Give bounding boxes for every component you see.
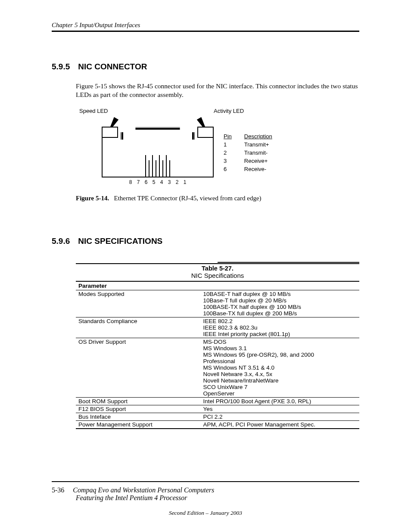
figure-rj45: Speed LED Activity LED 8 7 6 5 4 3 2 1: [76, 108, 359, 185]
section-number: 5.9.6: [52, 236, 76, 246]
footer-title-1: Compaq Evo and Workstation Personal Comp…: [73, 486, 214, 494]
pin-header-desc: Description: [244, 133, 283, 140]
table-cell-param: Standards Compliance: [76, 317, 201, 338]
led-box-left: [102, 127, 118, 138]
table-name: NIC Specifications: [76, 272, 359, 279]
table-header-parameter: Parameter: [76, 282, 359, 290]
connector-tab: [121, 127, 195, 140]
section-heading-nic-connector: 5.9.5 NIC CONNECTOR: [52, 62, 359, 72]
section-number: 5.9.5: [52, 62, 76, 72]
pin-header-pin: Pin: [223, 133, 243, 140]
label-activity-led: Activity LED: [214, 108, 244, 114]
pin-description-table: Pin Description 1Transmit+ 2Transmit- 3R…: [222, 132, 284, 174]
table-cell-value: APM, ACPI, PCI Power Management Spec.: [201, 421, 359, 429]
rj45-connector-diagram: 8 7 6 5 4 3 2 1: [102, 125, 214, 185]
page-footer: 5-36 Compaq Evo and Workstation Personal…: [52, 481, 359, 516]
figure-caption-label: Figure 5-14.: [76, 195, 109, 202]
running-head: Chapter 5 Input/Output Interfaces: [52, 22, 359, 32]
section-title: NIC CONNECTOR: [78, 62, 147, 71]
figure-caption-text: Ethernet TPE Connector (RJ-45, viewed fr…: [114, 195, 261, 202]
table-cell-param: OS Driver Support: [76, 338, 201, 398]
paragraph-nic-connector: Figure 5-15 shows the RJ-45 connector us…: [76, 82, 359, 99]
footer-edition: Second Edition – January 2003: [52, 510, 359, 516]
figure-caption: Figure 5-14. Ethernet TPE Connector (RJ-…: [76, 195, 359, 202]
table-cell-value: Intel PRO/100 Boot Agent (PXE 3.0, RPL): [201, 398, 359, 405]
pin-number-labels: 8 7 6 5 4 3 2 1: [102, 179, 214, 185]
page-number: 5-36: [52, 486, 64, 494]
table-nic-specs: Table 5-27. NIC Specifications Parameter…: [76, 263, 359, 429]
table-cell-value: Yes: [201, 405, 359, 413]
table-cell-param: Power Management Support: [76, 421, 201, 429]
label-speed-led: Speed LED: [79, 108, 108, 114]
table-cell-param: F12 BIOS Support: [76, 405, 201, 413]
table-cell-param: Modes Supported: [76, 290, 201, 317]
table-number: Table 5-27.: [76, 265, 359, 272]
table-cell-value: 10BASE-T half duplex @ 10 MB/s10Base-T f…: [201, 290, 359, 317]
table-cell-value: MS-DOSMS Windows 3.1MS Windows 95 (pre-O…: [201, 338, 359, 398]
table-cell-param: Bus Inteface: [76, 413, 201, 421]
led-box-right: [197, 127, 214, 138]
footer-title-2: Featuring the Intel Pentium 4 Processor: [76, 494, 359, 502]
table-cell-value: IEEE 802.2IEEE 802.3 & 802.3uIEEE Intel …: [201, 317, 359, 338]
section-title: NIC SPECIFICATIONS: [78, 236, 162, 246]
table-cell-param: Boot ROM Support: [76, 398, 201, 405]
section-heading-nic-specs: 5.9.6 NIC SPECIFICATIONS: [52, 236, 359, 246]
table-cell-value: PCI 2.2: [201, 413, 359, 421]
